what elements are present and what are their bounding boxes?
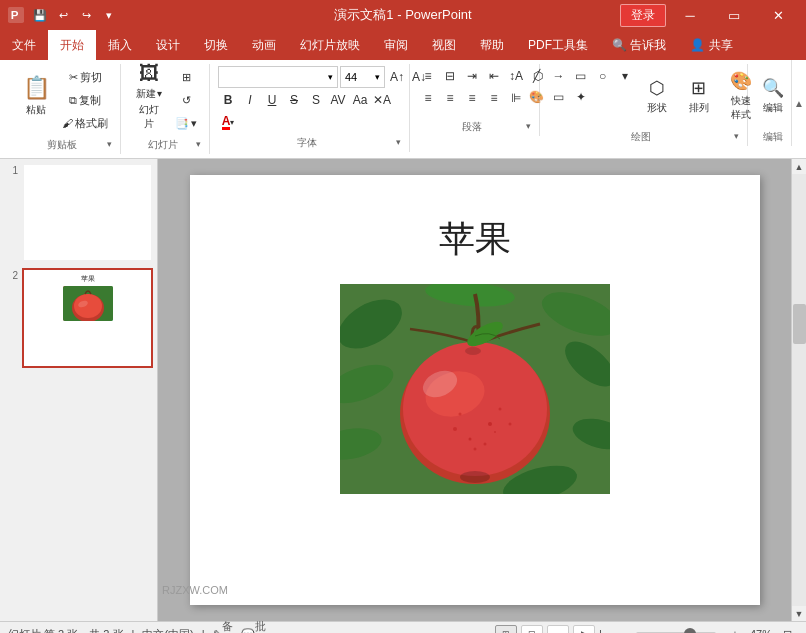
restore-button[interactable]: ▭ [714, 0, 754, 30]
undo-button[interactable]: ↩ [53, 5, 73, 25]
apple-svg [340, 284, 610, 494]
save-button[interactable]: 💾 [30, 5, 50, 25]
redo-button[interactable]: ↪ [76, 5, 96, 25]
menu-slideshow[interactable]: 幻灯片放映 [288, 30, 372, 60]
font-content: ▾ 44 ▾ A↑ A↓ B I U S S AV Aa ✕A [218, 66, 401, 132]
menu-animation[interactable]: 动画 [240, 30, 288, 60]
paragraph-content: ≡ ⊟ ⇥ ⇤ ↕A ⬡ ≡ ≡ ≡ ≡ ⊫ ↕ [418, 66, 531, 116]
menu-tell-me[interactable]: 🔍 告诉我 [600, 30, 678, 60]
notes-icon: ✎ [213, 628, 222, 634]
align-center-button[interactable]: ≡ [440, 88, 460, 108]
fit-slide-button[interactable]: ⊡ [776, 625, 798, 633]
apple-image[interactable] [340, 284, 610, 494]
slide-canvas[interactable]: 苹果 [190, 175, 760, 605]
menu-help[interactable]: 帮助 [468, 30, 516, 60]
slide-thumb-2-content: 苹果 [24, 270, 151, 365]
increase-indent-button[interactable]: ⇥ [462, 66, 482, 86]
new-slide-icon: 🖼 [139, 62, 159, 85]
scroll-thumb[interactable] [793, 304, 806, 344]
customize-qa-button[interactable]: ▾ [99, 5, 119, 25]
menu-home[interactable]: 开始 [48, 30, 96, 60]
list-bullet-button[interactable]: ≡ [418, 66, 438, 86]
columns-button[interactable]: ⊫ [506, 88, 526, 108]
change-case-button[interactable]: Aa [350, 90, 370, 110]
font-color-button[interactable]: A ▾ [218, 112, 238, 132]
menu-file[interactable]: 文件 [0, 30, 48, 60]
new-slide-button[interactable]: 🖼 新建 ▾ 幻灯片 [129, 66, 169, 126]
drawing-expand-icon[interactable]: ▾ [734, 131, 739, 141]
slide-sorter-button[interactable]: ⊟ [521, 625, 543, 633]
zoom-in-button[interactable]: + [724, 625, 746, 633]
shape-button[interactable]: ⬡ 形状 [637, 66, 677, 126]
minimize-button[interactable]: ─ [670, 0, 710, 30]
clipboard-expand-icon[interactable]: ▾ [107, 139, 112, 149]
slideshow-button[interactable]: ▶ [573, 625, 595, 633]
arrange-button[interactable]: ⊞ 排列 [679, 66, 719, 126]
zoom-out-button[interactable]: − [606, 625, 628, 633]
format-painter-button[interactable]: 🖌 格式刷 [58, 112, 112, 134]
menu-transition[interactable]: 切换 [192, 30, 240, 60]
paste-button[interactable]: 📋 粘贴 [16, 66, 56, 126]
slide-reset-button[interactable]: ↺ [171, 89, 201, 111]
shape-more-button[interactable]: ▾ [615, 66, 635, 86]
slide-panel: 1 2 苹果 [0, 159, 158, 621]
shape-arrow-button[interactable]: → [549, 66, 569, 86]
drawing-label-row: 绘图 ▾ [548, 126, 739, 144]
menu-pdf-tools[interactable]: PDF工具集 [516, 30, 600, 60]
shape-fill-button[interactable]: 🎨 [527, 87, 547, 107]
notes-button[interactable]: ✎ 备注 [213, 625, 235, 633]
list-number-button[interactable]: ⊟ [440, 66, 460, 86]
shape-line-button[interactable]: ╱ [527, 66, 547, 86]
menu-insert[interactable]: 插入 [96, 30, 144, 60]
collapse-ribbon-button[interactable]: ▲ [791, 60, 806, 146]
reading-view-button[interactable]: ▭ [547, 625, 569, 633]
shape-circle-button[interactable]: ○ [593, 66, 613, 86]
scroll-down-button[interactable]: ▼ [792, 606, 807, 621]
font-size-input[interactable]: 44 ▾ [340, 66, 385, 88]
menu-view[interactable]: 视图 [420, 30, 468, 60]
close-button[interactable]: ✕ [758, 0, 798, 30]
menu-bar: 文件 开始 插入 设计 切换 动画 幻灯片放映 审阅 视图 帮助 PDF工具集 … [0, 30, 806, 60]
underline-button[interactable]: U [262, 90, 282, 110]
layout-icon: ⊞ [182, 71, 191, 84]
align-right-button[interactable]: ≡ [462, 88, 482, 108]
shape-icon: ⬡ [649, 77, 665, 99]
increase-font-button[interactable]: A↑ [387, 67, 407, 87]
menu-design[interactable]: 设计 [144, 30, 192, 60]
font-name-input[interactable]: ▾ [218, 66, 338, 88]
bold-button[interactable]: B [218, 90, 238, 110]
comments-button[interactable]: 💬 批注 [243, 625, 265, 633]
menu-review[interactable]: 审阅 [372, 30, 420, 60]
strikethrough-button[interactable]: S [284, 90, 304, 110]
font-spacing-button[interactable]: AV [328, 90, 348, 110]
shape-outline-button[interactable]: ▭ [549, 87, 569, 107]
font-expand-icon[interactable]: ▾ [396, 137, 401, 147]
shape-effect-button[interactable]: ✦ [571, 87, 591, 107]
editing-button[interactable]: 🔍 编辑 [753, 66, 793, 126]
menu-share[interactable]: 👤 共享 [678, 30, 744, 60]
text-direction-button[interactable]: ↕A [506, 66, 526, 86]
normal-view-button[interactable]: ⊞ [495, 625, 517, 633]
align-left-button[interactable]: ≡ [418, 88, 438, 108]
justify-button[interactable]: ≡ [484, 88, 504, 108]
status-bar: 幻灯片 第 2 张，共 2 张 | 中文(中国) | ✎ 备注 💬 批注 ⊞ ⊟… [0, 621, 806, 633]
slides-expand-icon[interactable]: ▾ [196, 139, 201, 149]
slide-info: 幻灯片 第 2 张，共 2 张 [8, 627, 124, 634]
cut-button[interactable]: ✂ 剪切 [58, 66, 112, 88]
svg-point-30 [465, 347, 481, 355]
slide-thumb-1[interactable] [22, 163, 153, 262]
svg-point-23 [483, 443, 486, 446]
copy-button[interactable]: ⧉ 复制 [58, 89, 112, 111]
arrange-icon: ⊞ [691, 77, 706, 99]
scroll-up-button[interactable]: ▲ [792, 159, 807, 174]
italic-button[interactable]: I [240, 90, 260, 110]
shape-rect-button[interactable]: ▭ [571, 66, 591, 86]
slide-thumb-2[interactable]: 苹果 [22, 268, 153, 367]
decrease-indent-button[interactable]: ⇤ [484, 66, 504, 86]
slide-layout-button[interactable]: ⊞ [171, 66, 201, 88]
login-button[interactable]: 登录 [620, 4, 666, 27]
slide-section-button[interactable]: 📑 ▾ [171, 112, 201, 134]
zoom-thumb[interactable] [684, 628, 696, 633]
clear-format-button[interactable]: ✕A [372, 90, 392, 110]
text-shadow-button[interactable]: S [306, 90, 326, 110]
